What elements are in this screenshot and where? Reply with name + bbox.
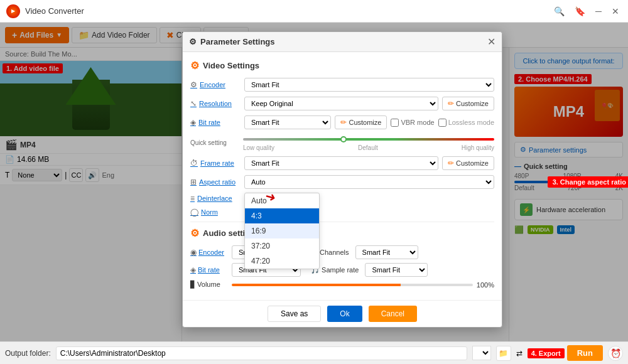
bitrate-select[interactable]: Smart Fit [244, 115, 331, 129]
bitrate-row: ◈ Bit rate Smart Fit ✏ Customize VBR mod… [190, 115, 494, 129]
sample-rate-select[interactable]: Smart Fit [365, 263, 428, 277]
framerate-row: ⏱ Frame rate Smart Fit ✏ Customize [190, 156, 494, 170]
divider [190, 222, 494, 222]
aspect-option-4-3[interactable]: 4:3 [245, 208, 319, 223]
audio-encoder-row: ◉ Encoder Smart Fit 🎙 Channels Smart Fit [190, 245, 494, 259]
audio-settings-header: ⚙ Audio settings [190, 227, 494, 239]
norm-label: ◯ Norm [190, 208, 241, 217]
settings-gear-icon: ⚙ [189, 37, 197, 46]
channels-select[interactable]: Smart Fit [355, 245, 418, 259]
quality-end-labels: Low quality Default High quality [243, 144, 494, 151]
cancel-button[interactable]: Cancel [369, 306, 417, 322]
save-as-button[interactable]: Save as [268, 306, 321, 322]
encoder-row: ⚙ Encoder Smart Fit [190, 78, 494, 92]
aspect-option-auto[interactable]: Auto [245, 193, 319, 208]
resolution-icon: ⤡ [190, 99, 197, 108]
aspect-option-16-9[interactable]: 16:9 [245, 223, 319, 238]
quality-track [243, 138, 494, 141]
vbr-mode-checkbox[interactable]: VBR mode [391, 119, 434, 127]
deinterlace-row: ≡ Deinterlace [190, 194, 494, 203]
quality-quick-row: Quick setting Low quality Default High q… [190, 134, 494, 151]
bitrate-pencil-icon: ✏ [340, 118, 347, 127]
modal-header: ⚙ Parameter Settings ✕ [183, 32, 502, 52]
volume-track[interactable] [232, 284, 473, 286]
framerate-pencil-icon: ✏ [448, 159, 454, 168]
audio-bitrate-row: ◈ Bit rate Smart Fit 🎵 Sample rate Smart… [190, 263, 494, 277]
encoder-select[interactable]: Smart Fit [244, 78, 494, 92]
aspect-icon: ⊞ [190, 178, 197, 186]
quick-setting-small-label: Quick setting [190, 139, 241, 146]
alarm-icon[interactable]: ⏰ [608, 346, 623, 361]
volume-label: ▊ Volume [190, 281, 228, 289]
modal-body: ⚙ Video Settings ⚙ Encoder Smart Fit ⤡ R… [183, 52, 502, 300]
aspect-ratio-select[interactable]: Auto [244, 175, 494, 189]
window-controls: 🔍 🔖 ─ ✕ [551, 6, 622, 16]
framerate-label: ⏱ Frame rate [190, 159, 241, 168]
aspect-ratio-label: ⊞ Aspect ratio [190, 178, 241, 186]
audio-bitrate-icon: ◈ [190, 265, 196, 274]
framerate-icon: ⏱ [190, 159, 198, 168]
aspect-ratio-dropdown[interactable]: Auto Auto 4:3 16:9 37:20 47:20 [244, 175, 494, 189]
deinterlace-icon: ≡ [190, 194, 195, 203]
audio-section: ⚙ Audio settings ◉ Encoder Smart Fit 🎙 C… [190, 227, 494, 289]
resolution-select[interactable]: Keep Original [244, 97, 438, 110]
search-icon[interactable]: 🔍 [551, 6, 567, 16]
modal-footer: Save as Ok Cancel [183, 300, 502, 327]
norm-icon: ◯ [190, 208, 198, 217]
framerate-select[interactable]: Smart Fit [244, 156, 438, 170]
convert-area: ⇄ [516, 349, 522, 358]
framerate-customize-button[interactable]: ✏ Customize [442, 156, 494, 170]
modal-title: ⚙ Parameter Settings [189, 37, 275, 46]
title-bar: Video Converter 🔍 🔖 ─ ✕ [0, 0, 628, 23]
audio-encoder-icon: ◉ [190, 248, 197, 257]
folder-browse-button[interactable]: 📁 [496, 346, 511, 361]
aspect-option-37-20[interactable]: 37:20 [245, 238, 319, 254]
bitrate-customize-button[interactable]: ✏ Customize [335, 115, 387, 129]
volume-row: ▊ Volume 100% [190, 281, 494, 289]
aspect-dropdown-list: Auto 4:3 16:9 37:20 47:20 [244, 193, 320, 269]
customize-pencil-icon: ✏ [448, 99, 454, 108]
parameter-settings-modal: ⚙ Parameter Settings ✕ ⚙ Video Settings … [182, 31, 502, 328]
modal-close-button[interactable]: ✕ [487, 36, 495, 48]
run-button[interactable]: Run [567, 345, 603, 361]
output-folder-label: Output folder: [5, 349, 51, 358]
bookmark-icon[interactable]: 🔖 [572, 6, 588, 16]
output-folder-input[interactable] [56, 346, 467, 360]
audio-bitrate-label: ◈ Bit rate [190, 265, 228, 274]
export-area: 4. Export Run [528, 345, 603, 361]
close-icon[interactable]: ✕ [609, 6, 622, 16]
norm-row: ◯ Norm [190, 208, 494, 217]
ok-button[interactable]: Ok [327, 306, 362, 322]
step3-badge: 3. Change aspect ratio [548, 176, 628, 188]
encoder-label: ⚙ Encoder [190, 80, 241, 89]
quality-slider[interactable] [243, 134, 494, 144]
minimize-icon[interactable]: ─ [593, 6, 604, 16]
volume-icon: ▊ [190, 281, 195, 288]
volume-percent: 100% [477, 281, 494, 289]
quality-thumb [340, 136, 347, 142]
resolution-customize-button[interactable]: ✏ Customize [442, 97, 494, 110]
video-settings-header: ⚙ Video Settings [190, 60, 494, 72]
lossless-mode-checkbox[interactable]: Lossless mode [438, 119, 494, 127]
app-title: Video Converter [25, 6, 622, 16]
bitrate-icon: ◈ [190, 118, 196, 127]
bitrate-label: ◈ Bit rate [190, 118, 241, 127]
bottom-bar: Output folder: 📁 ⇄ 4. Export Run ⏰ [0, 341, 628, 364]
app-logo [6, 4, 20, 18]
convert-icon: ⇄ [516, 349, 522, 358]
aspect-ratio-row: ⊞ Aspect ratio Auto Auto 4:3 16:9 37:20 … [190, 175, 494, 189]
folder-dropdown[interactable] [472, 346, 491, 360]
audio-settings-icon: ⚙ [190, 227, 199, 239]
step4-badge: 4. Export [528, 348, 565, 358]
audio-encoder-label: ◉ Encoder [190, 248, 228, 257]
resolution-row: ⤡ Resolution Keep Original ✏ Customize [190, 97, 494, 110]
video-settings-icon: ⚙ [190, 60, 199, 72]
encoder-icon: ⚙ [190, 80, 197, 89]
resolution-label: ⤡ Resolution [190, 99, 241, 108]
deinterlace-label: ≡ Deinterlace [190, 194, 241, 203]
aspect-option-47-20[interactable]: 47:20 [245, 254, 319, 269]
lossless-mode-input[interactable] [438, 119, 447, 127]
vbr-mode-input[interactable] [391, 119, 399, 127]
